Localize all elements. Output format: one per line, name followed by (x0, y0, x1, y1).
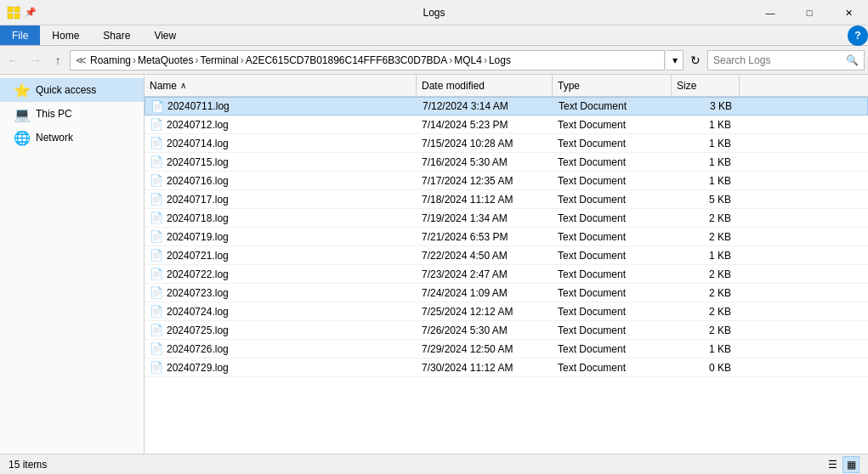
file-icon: 📄 (150, 361, 163, 374)
close-button[interactable]: ✕ (829, 0, 868, 25)
file-name: 20240726.log (167, 343, 229, 355)
file-name: 20240717.log (167, 194, 229, 206)
file-icon: 📄 (150, 174, 163, 187)
details-view-button[interactable]: ▦ (842, 456, 859, 473)
col-header-type[interactable]: Type (553, 75, 672, 96)
col-header-date[interactable]: Date modified (417, 75, 553, 96)
sidebar-item-this-pc[interactable]: 💻 This PC (0, 102, 144, 126)
forward-button[interactable]: → (26, 50, 46, 71)
path-segment-mql4: MQL4 (454, 54, 482, 66)
search-icon: 🔍 (846, 54, 859, 66)
sidebar-item-network[interactable]: 🌐 Network (0, 126, 144, 150)
table-row[interactable]: 📄 20240714.log 7/15/2024 10:28 AM Text D… (145, 134, 868, 153)
tab-home[interactable]: Home (40, 25, 91, 45)
path-segment-hash: A2EC615CD7B01896C14FFF6B3C0D7BDA (246, 54, 447, 66)
status-count: 15 items (9, 459, 47, 471)
file-date-cell: 7/24/2024 1:09 AM (417, 287, 553, 299)
title-bar: 📌 Logs — □ ✕ (0, 0, 868, 25)
table-row[interactable]: 📄 20240716.log 7/17/2024 12:35 AM Text D… (145, 172, 868, 190)
file-date-cell: 7/15/2024 10:28 AM (417, 138, 553, 150)
file-size-cell: 2 KB (672, 212, 740, 224)
table-row[interactable]: 📄 20240715.log 7/16/2024 5:30 AM Text Do… (145, 153, 868, 172)
back-button[interactable]: ← (3, 50, 24, 71)
table-row[interactable]: 📄 20240718.log 7/19/2024 1:34 AM Text Do… (145, 209, 868, 228)
file-date-cell: 7/25/2024 12:12 AM (417, 306, 553, 318)
file-size-cell: 0 KB (672, 362, 740, 374)
file-date-cell: 7/23/2024 2:47 AM (417, 268, 553, 280)
address-dropdown[interactable]: ▾ (667, 50, 684, 71)
sidebar-label-quick-access: Quick access (36, 84, 96, 96)
table-row[interactable]: 📄 20240723.log 7/24/2024 1:09 AM Text Do… (145, 284, 868, 302)
file-date-cell: 7/22/2024 4:50 AM (417, 250, 553, 262)
file-icon: 📄 (150, 155, 163, 168)
file-name: 20240725.log (167, 324, 229, 336)
file-name-cell: 📄 20240724.log (145, 305, 417, 318)
file-size-cell: 1 KB (672, 119, 740, 131)
table-row[interactable]: 📄 20240726.log 7/29/2024 12:50 AM Text D… (145, 340, 868, 358)
col-header-size[interactable]: Size (672, 75, 740, 96)
file-date-cell: 7/26/2024 5:30 AM (417, 324, 553, 336)
table-row[interactable]: 📄 20240717.log 7/18/2024 11:12 AM Text D… (145, 190, 868, 209)
file-type-cell: Text Document (553, 250, 672, 262)
file-list: 📄 20240711.log 7/12/2024 3:14 AM Text Do… (145, 97, 868, 454)
minimize-button[interactable]: — (751, 0, 790, 25)
app-icon (7, 6, 20, 20)
file-name-cell: 📄 20240715.log (145, 155, 417, 168)
file-list-header: Name ∧ Date modified Type Size (145, 75, 868, 97)
file-date-cell: 7/30/2024 11:12 AM (417, 362, 553, 374)
address-bar: ← → ↑ ≪ Roaming › MetaQuotes › Terminal … (0, 46, 868, 75)
sidebar-label-network: Network (36, 132, 73, 144)
pin-icon: 📌 (24, 6, 37, 20)
path-sep-3: › (449, 54, 452, 66)
file-type-cell: Text Document (553, 119, 672, 131)
list-view-button[interactable]: ☰ (824, 456, 841, 473)
file-name: 20240716.log (167, 175, 229, 187)
file-name-cell: 📄 20240717.log (145, 193, 417, 206)
search-box[interactable]: 🔍 (707, 50, 865, 71)
file-type-cell: Text Document (553, 343, 672, 355)
path-sep-1: › (195, 54, 198, 66)
file-icon: 📄 (150, 137, 163, 150)
table-row[interactable]: 📄 20240711.log 7/12/2024 3:14 AM Text Do… (145, 97, 868, 116)
tab-file[interactable]: File (0, 25, 40, 45)
help-button[interactable]: ? (848, 25, 868, 46)
file-name: 20240715.log (167, 156, 229, 168)
refresh-button[interactable]: ↻ (685, 50, 706, 71)
file-icon: 📄 (150, 286, 163, 299)
table-row[interactable]: 📄 20240721.log 7/22/2024 4:50 AM Text Do… (145, 246, 868, 265)
maximize-button[interactable]: □ (790, 0, 829, 25)
tab-view[interactable]: View (142, 25, 188, 45)
sidebar-label-this-pc: This PC (36, 108, 72, 120)
up-button[interactable]: ↑ (48, 50, 68, 71)
file-type-cell: Text Document (553, 212, 672, 224)
file-size-cell: 2 KB (672, 324, 740, 336)
col-header-name[interactable]: Name ∧ (145, 75, 417, 96)
file-icon: 📄 (150, 324, 163, 336)
svg-rect-2 (8, 14, 13, 19)
file-name: 20240718.log (167, 212, 229, 224)
file-type-cell: Text Document (553, 287, 672, 299)
window-controls: — □ ✕ (751, 0, 868, 25)
svg-rect-0 (8, 7, 13, 12)
path-sep-2: › (241, 54, 244, 66)
file-name: 20240714.log (167, 138, 229, 150)
file-name-cell: 📄 20240726.log (145, 342, 417, 355)
table-row[interactable]: 📄 20240724.log 7/25/2024 12:12 AM Text D… (145, 302, 868, 321)
file-name: 20240729.log (167, 362, 229, 374)
table-row[interactable]: 📄 20240719.log 7/21/2024 6:53 PM Text Do… (145, 228, 868, 246)
star-icon: ⭐ (14, 82, 31, 99)
path-segment-terminal: Terminal (200, 54, 238, 66)
address-path[interactable]: ≪ Roaming › MetaQuotes › Terminal › A2EC… (70, 50, 665, 71)
computer-icon: 💻 (14, 106, 31, 122)
file-type-cell: Text Document (553, 138, 672, 150)
tab-share[interactable]: Share (91, 25, 142, 45)
sidebar-item-quick-access[interactable]: ⭐ Quick access (0, 78, 144, 102)
search-input[interactable] (713, 54, 846, 66)
table-row[interactable]: 📄 20240722.log 7/23/2024 2:47 AM Text Do… (145, 265, 868, 284)
file-name-cell: 📄 20240718.log (145, 212, 417, 224)
table-row[interactable]: 📄 20240729.log 7/30/2024 11:12 AM Text D… (145, 358, 868, 377)
file-type-cell: Text Document (553, 362, 672, 374)
sort-arrow-icon: ∧ (180, 81, 186, 90)
table-row[interactable]: 📄 20240725.log 7/26/2024 5:30 AM Text Do… (145, 321, 868, 340)
table-row[interactable]: 📄 20240712.log 7/14/2024 5:23 PM Text Do… (145, 116, 868, 134)
